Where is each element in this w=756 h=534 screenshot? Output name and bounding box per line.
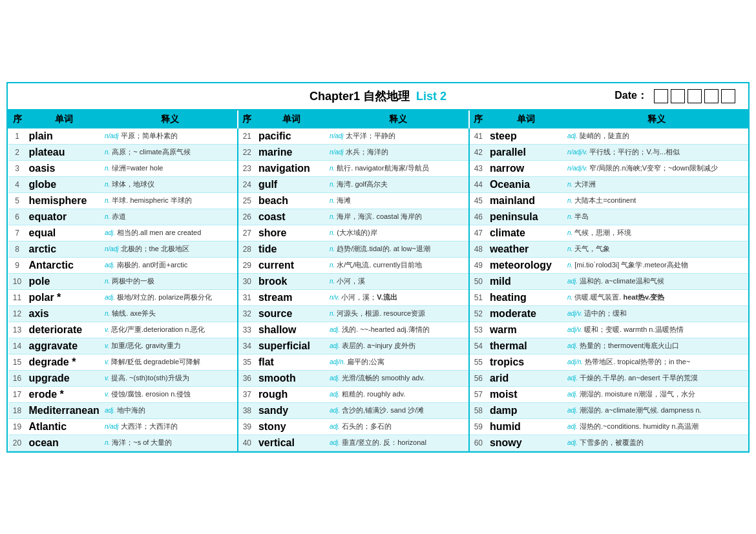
- def-3: n. 半岛: [565, 209, 748, 225]
- def-2: n. 海岸，海滨. coastal 海岸的: [327, 209, 469, 225]
- def-1: adj. 地中海的: [102, 402, 238, 418]
- word-1: Atlantic: [26, 418, 102, 435]
- seq-1: 4: [8, 176, 26, 192]
- seq-3: 43: [469, 160, 487, 176]
- col-seq-3: 序: [469, 110, 487, 128]
- seq-1: 11: [8, 289, 26, 305]
- seq-3: 59: [469, 418, 487, 435]
- def-2: n. 趋势/潮流.tidal的. at low~退潮: [327, 241, 469, 257]
- word-3: mild: [487, 273, 565, 289]
- def-3: adj/v. 暖和；变暖. warmth n.温暖热情: [565, 322, 748, 338]
- word-2: stony: [256, 418, 327, 435]
- table-header: 序 单词 释义 序 单词 释义 序 单词 释义: [8, 110, 748, 128]
- word-2: flat: [256, 354, 327, 370]
- word-3: warm: [487, 322, 565, 338]
- def-2: n/v. 小河，溪；V.流出: [327, 289, 469, 305]
- word-3: thermal: [487, 338, 565, 354]
- seq-3: 49: [469, 257, 487, 273]
- word-3: parallel: [487, 144, 565, 160]
- word-1: oasis: [26, 160, 102, 176]
- def-2: adj. 表层的. a~injury 皮外伤: [327, 338, 469, 354]
- table-row: 4 globe n. 球体，地球仪 24 gulf n. 海湾. golf高尔夫…: [8, 176, 748, 192]
- seq-3: 48: [469, 241, 487, 257]
- seq-3: 52: [469, 305, 487, 322]
- def-2: n. 河源头，根源. resource资源: [327, 305, 469, 322]
- seq-3: 44: [469, 176, 487, 192]
- def-1: n. 轴线. axe斧头: [102, 305, 238, 322]
- def-3: n. [mi.tio`rolod3i] 气象学.meteor高处物: [565, 257, 748, 273]
- seq-1: 2: [8, 144, 26, 160]
- col-word-3: 单词: [487, 110, 565, 128]
- word-2: tide: [256, 241, 327, 257]
- word-2: marine: [256, 144, 327, 160]
- table-row: 17 erode * v. 侵蚀/腐蚀. erosion n.侵蚀 37 rou…: [8, 386, 748, 402]
- word-2: shore: [256, 225, 327, 241]
- seq-2: 36: [238, 370, 256, 386]
- date-box-3: [688, 89, 702, 103]
- vocab-table: 序 单词 释义 序 单词 释义 序 单词 释义 1 plain n/adj 平原…: [8, 110, 748, 451]
- seq-1: 3: [8, 160, 26, 176]
- seq-2: 22: [238, 144, 256, 160]
- def-1: v. 加重/恶化. gravity重力: [102, 338, 238, 354]
- seq-3: 41: [469, 128, 487, 144]
- word-3: weather: [487, 241, 565, 257]
- def-1: n/adj 大西洋；大西洋的: [102, 418, 238, 435]
- col-word-2: 单词: [256, 110, 327, 128]
- col-def-3: 释义: [565, 110, 748, 128]
- seq-2: 38: [238, 402, 256, 418]
- def-2: n. 海湾. golf高尔夫: [327, 176, 469, 192]
- table-body: 1 plain n/adj 平原；简单朴素的 21 pacific n/adj …: [8, 128, 748, 451]
- def-1: v. 侵蚀/腐蚀. erosion n.侵蚀: [102, 386, 238, 402]
- word-2: vertical: [256, 435, 327, 451]
- def-3: n/adj/v. 窄/局限的.n海峡;V变窄；~down限制减少: [565, 160, 748, 176]
- word-2: brook: [256, 273, 327, 289]
- def-1: v. 降解/贬低 degradeble可降解: [102, 354, 238, 370]
- table-row: 20 ocean n. 海洋；~s of 大量的 40 vertical adj…: [8, 435, 748, 451]
- word-3: snowy: [487, 435, 565, 451]
- def-2: adj. 浅的. ~~-hearted adj.薄情的: [327, 322, 469, 338]
- def-1: adj. 极地/对立的. polarize两极分化: [102, 289, 238, 305]
- word-1: upgrade: [26, 370, 102, 386]
- def-1: n. 两极中的一极: [102, 273, 238, 289]
- word-1: Antarctic: [26, 257, 102, 273]
- seq-1: 5: [8, 192, 26, 209]
- def-3: adj/v. 适中的；缓和: [565, 305, 748, 322]
- table-row: 6 equator n. 赤道 26 coast n. 海岸，海滨. coast…: [8, 209, 748, 225]
- def-1: n. 绿洲=water hole: [102, 160, 238, 176]
- seq-1: 10: [8, 273, 26, 289]
- word-2: navigation: [256, 160, 327, 176]
- seq-2: 25: [238, 192, 256, 209]
- def-3: adj. 潮湿的. moisture n潮湿，湿气，水分: [565, 386, 748, 402]
- def-1: n. 球体，地球仪: [102, 176, 238, 192]
- def-1: n/adj 北极的；the 北极地区: [102, 241, 238, 257]
- word-3: narrow: [487, 160, 565, 176]
- col-word-1: 单词: [26, 110, 102, 128]
- word-2: smooth: [256, 370, 327, 386]
- def-2: adj. 含沙的,铺满沙. sand 沙/滩: [327, 402, 469, 418]
- word-3: peninsula: [487, 209, 565, 225]
- def-1: n. 赤道: [102, 209, 238, 225]
- seq-2: 31: [238, 289, 256, 305]
- word-1: polar *: [26, 289, 102, 305]
- seq-3: 57: [469, 386, 487, 402]
- word-3: arid: [487, 370, 565, 386]
- word-2: stream: [256, 289, 327, 305]
- def-2: n. 水/气/电流. currently目前地: [327, 257, 469, 273]
- word-1: hemisphere: [26, 192, 102, 209]
- seq-2: 30: [238, 273, 256, 289]
- seq-1: 7: [8, 225, 26, 241]
- seq-3: 51: [469, 289, 487, 305]
- word-2: superficial: [256, 338, 327, 354]
- word-3: tropics: [487, 354, 565, 370]
- seq-1: 9: [8, 257, 26, 273]
- table-row: 2 plateau n. 高原；~ climate高原气候 22 marine …: [8, 144, 748, 160]
- word-1: equal: [26, 225, 102, 241]
- seq-2: 37: [238, 386, 256, 402]
- seq-1: 17: [8, 386, 26, 402]
- def-3: n. 大洋洲: [565, 176, 748, 192]
- seq-2: 28: [238, 241, 256, 257]
- word-1: arctic: [26, 241, 102, 257]
- def-3: adj. 陡峭的，陡直的: [565, 128, 748, 144]
- word-2: shallow: [256, 322, 327, 338]
- seq-3: 58: [469, 402, 487, 418]
